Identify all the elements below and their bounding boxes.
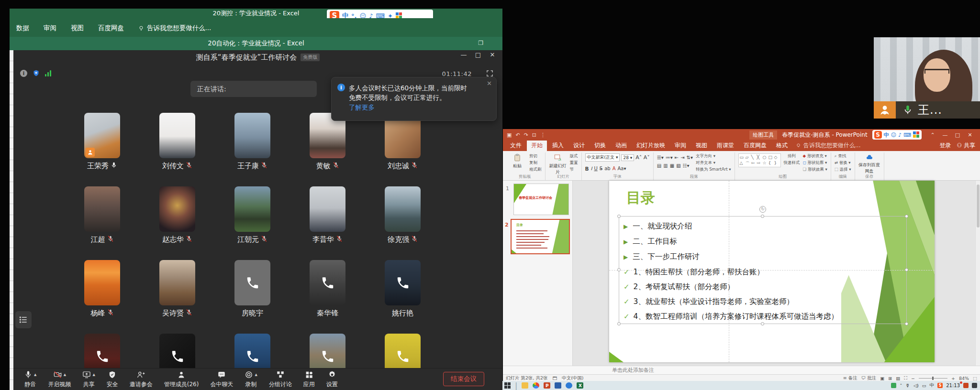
align-buttons[interactable]: ▤▥▦▧☷▾ xyxy=(657,163,693,168)
zoom-slider[interactable] xyxy=(919,378,947,379)
excel-tab-百度网盘[interactable]: 百度网盘 xyxy=(98,24,124,32)
end-meeting-button[interactable]: 结束会议 xyxy=(443,372,484,386)
ppt-tab-插入[interactable]: 插入 xyxy=(548,140,568,151)
notes-toggle[interactable]: ≡ 备注 xyxy=(843,375,858,381)
participant-tile[interactable]: 刘传文 xyxy=(140,113,215,186)
ppt-tab-视图[interactable]: 视图 xyxy=(691,140,712,151)
participant-tile[interactable]: 赵志华 xyxy=(140,186,215,260)
toolbar-record-button[interactable]: ▲录制 xyxy=(245,370,257,389)
layout-button[interactable]: 版式 xyxy=(570,153,578,159)
ppt-tab-百度网盘[interactable]: 百度网盘 xyxy=(739,140,771,151)
ppt-tab-文件[interactable]: 文件 xyxy=(506,140,526,151)
powerpoint-taskbar-icon[interactable]: P xyxy=(544,382,550,389)
select-button[interactable]: ⬚ 选择 ▾ xyxy=(835,167,851,173)
ppt-restore-button[interactable]: □ xyxy=(951,132,964,138)
participant-tile[interactable]: 徐克强 xyxy=(365,186,440,260)
ppt-tab-雨课堂[interactable]: 雨课堂 xyxy=(713,140,738,151)
excel-taskbar-icon[interactable]: X xyxy=(577,382,583,389)
participant-tile[interactable]: 黄敏 xyxy=(290,113,365,186)
excel-tab-审阅[interactable]: 审阅 xyxy=(44,24,56,32)
start-button[interactable] xyxy=(504,382,511,389)
ppt-tab-格式[interactable]: 格式 xyxy=(772,140,792,151)
caret-icon[interactable]: ▲ xyxy=(255,373,257,377)
rotate-handle[interactable]: ↻ xyxy=(759,206,766,213)
resize-handle[interactable] xyxy=(761,215,764,218)
meeting-info-icon[interactable]: i xyxy=(20,70,27,77)
resize-handle[interactable] xyxy=(905,322,908,325)
excel-tellme[interactable]: 告诉我您想要做什么... xyxy=(138,24,211,32)
resize-handle[interactable] xyxy=(617,215,621,218)
zoom-in-button[interactable]: + xyxy=(951,376,955,381)
toolbar-mute-button[interactable]: ▲静音 xyxy=(24,370,36,389)
slideshow-icon[interactable]: ⊡ xyxy=(532,132,536,138)
save-to-pan-button[interactable]: 保存到百度网盘 xyxy=(858,153,880,174)
slide-thumbnail-2[interactable]: 目录 xyxy=(511,219,570,254)
tray-expand-icon[interactable]: ˄ xyxy=(900,383,902,388)
shape-outline-button[interactable]: ◻ 形状轮廓 ▾ xyxy=(803,160,827,166)
participant-tile[interactable]: 房晓宇 xyxy=(215,260,290,334)
toolbar-apps-button[interactable]: 应用 xyxy=(303,370,315,389)
ppt-titlebar[interactable]: ▣ ↶ ↷ ⊡ ⋮ 绘图工具 春季促就业-测自系 - PowerPoint S … xyxy=(503,129,980,141)
format-painter-button[interactable]: 格式刷 xyxy=(529,167,542,173)
zoom-out-button[interactable]: − xyxy=(911,376,915,381)
view-normal-icon[interactable]: ▣ xyxy=(880,376,884,381)
clock[interactable]: 21:13 xyxy=(946,383,960,388)
caret-icon[interactable]: ▲ xyxy=(64,373,66,377)
fullscreen-icon[interactable] xyxy=(486,69,494,77)
ppt-tellme[interactable]: 告诉我您想要做什么... xyxy=(796,141,860,151)
save-icon[interactable]: ▣ xyxy=(507,132,512,138)
tray-ime-icon[interactable]: 中 xyxy=(930,382,935,389)
network-signal-icon[interactable] xyxy=(45,70,51,76)
share-button[interactable]: ⚇ 共享 xyxy=(957,141,975,150)
tray-volume-icon[interactable]: ◁) xyxy=(913,383,919,388)
participant-tile[interactable]: 杨峰 xyxy=(65,260,140,334)
list-buttons[interactable]: ☰▾≔▾⇤⇥⇅▾ xyxy=(657,155,693,160)
file-explorer-icon[interactable] xyxy=(522,382,528,389)
slide-scrollbar[interactable] xyxy=(975,181,980,366)
tray-sogou-icon[interactable]: S xyxy=(937,383,943,388)
ime-skin-grid-icon[interactable] xyxy=(913,131,920,138)
toolbar-settings-button[interactable]: 设置 xyxy=(326,370,338,389)
fit-window-icon[interactable]: ⬚ xyxy=(973,376,977,381)
replace-button[interactable]: ⇄ 替换 ▾ xyxy=(835,160,851,166)
excel-tab-视图[interactable]: 视图 xyxy=(71,24,84,32)
font-size-select[interactable]: 28 ▾ xyxy=(621,154,634,161)
view-sorter-icon[interactable]: ⊞ xyxy=(888,376,892,381)
ribbon-display-options-icon[interactable]: ⌃ xyxy=(926,132,939,138)
close-button[interactable]: ✕ xyxy=(485,51,500,58)
participant-tile[interactable]: 王子康 xyxy=(215,113,290,186)
zoom-level[interactable]: 84% xyxy=(959,376,969,381)
shapes-gallery[interactable]: ▭▱╲╳○□◇ △⌒⇦⇨☆{} xyxy=(738,153,781,167)
toast-close-icon[interactable]: ✕ xyxy=(487,80,492,87)
notes-pane[interactable]: 单击此处添加备注 xyxy=(503,366,980,374)
ime-chinese-mode-icon[interactable]: 中 xyxy=(884,131,889,139)
shape-effects-button[interactable]: ❏ 形状效果 ▾ xyxy=(803,167,827,173)
learn-more-link[interactable]: 了解更多 xyxy=(349,103,375,111)
spellcheck-icon[interactable]: 🗔 xyxy=(553,376,557,381)
maximize-button[interactable]: □ xyxy=(471,51,485,58)
participant-tile[interactable]: 姚行艳 xyxy=(365,260,440,334)
participant-tile[interactable]: 吴诗贤 xyxy=(140,260,215,334)
quick-access-toolbar[interactable]: ▣ ↶ ↷ ⊡ ⋮ xyxy=(507,132,546,138)
sogou-input-toolbar-ppt[interactable]: S 中 ☺ ♪ ⌨ xyxy=(872,130,922,140)
meeting-app-icon[interactable] xyxy=(566,382,572,389)
ime-mic-icon[interactable]: ♪ xyxy=(898,132,902,138)
participant-tile[interactable]: 秦华锋 xyxy=(290,260,365,334)
toolbar-video-button[interactable]: ▲开启视频 xyxy=(48,370,71,389)
slide-content-list[interactable]: ▶一、就业现状介绍▶二、工作目标▶三、下一步工作研讨✓1、特困生帮扶（部分老师，… xyxy=(624,219,838,324)
cut-button[interactable]: 剪切 xyxy=(529,153,542,159)
toolbar-security-button[interactable]: 安全 xyxy=(107,370,118,389)
resize-handle[interactable] xyxy=(905,268,908,271)
font-style-buttons[interactable]: BIUSabAAa▾ xyxy=(585,166,626,172)
view-reading-icon[interactable]: ▤ xyxy=(896,376,900,381)
tray-green-icon[interactable] xyxy=(891,383,896,388)
toolbar-invite-button[interactable]: 邀请参会 xyxy=(130,370,153,389)
ppt-tab-开始[interactable]: 开始 xyxy=(527,140,547,151)
ime-keyboard-icon[interactable]: ⌨ xyxy=(903,132,911,138)
arrange-button[interactable]: 排列 xyxy=(788,153,796,159)
resize-handle[interactable] xyxy=(617,322,621,325)
toolbar-members-button[interactable]: 管理成员(26) xyxy=(164,370,199,389)
participant-tile[interactable]: 李昔华 xyxy=(290,186,365,260)
reset-button[interactable]: 重置 xyxy=(570,160,578,166)
tray-ppt-icon[interactable] xyxy=(963,383,969,388)
